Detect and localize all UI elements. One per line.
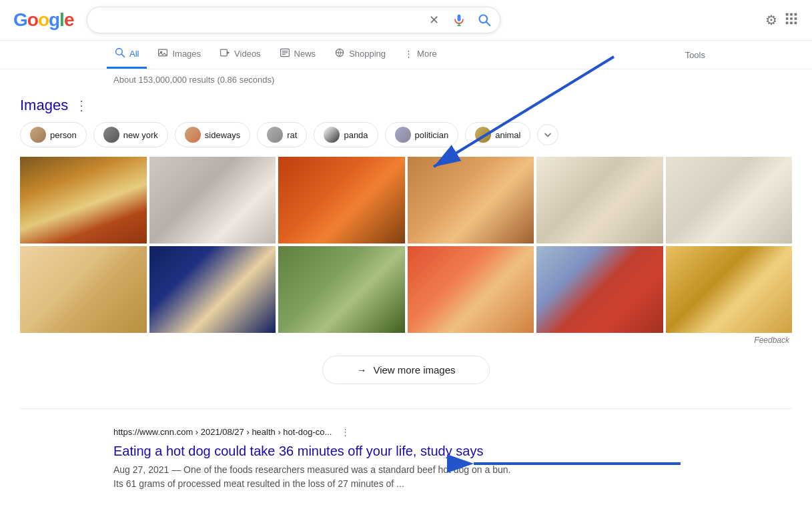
svg-rect-10 <box>795 17 797 20</box>
logo-e: e <box>64 9 74 31</box>
tab-images-icon <box>157 47 168 60</box>
tab-videos-label: Videos <box>234 49 261 59</box>
image-cell-6[interactable] <box>666 157 793 243</box>
chip-rat[interactable]: rat <box>257 122 307 147</box>
svg-line-4 <box>486 22 490 25</box>
tab-all-label: All <box>129 49 139 59</box>
result-url: https://www.cnn.com › 2021/08/27 › healt… <box>113 422 699 441</box>
image-cell-8[interactable] <box>149 246 276 333</box>
chip-politician-thumb <box>395 127 411 143</box>
tab-news-icon <box>280 47 290 60</box>
result-more-button[interactable]: ⋮ <box>336 422 354 441</box>
svg-rect-18 <box>221 49 228 56</box>
filter-chips: person new york sideways rat panda polit… <box>20 122 792 147</box>
image-cell-11[interactable] <box>536 246 663 333</box>
tab-videos-icon <box>220 47 230 60</box>
chip-panda[interactable]: panda <box>314 122 378 147</box>
view-more-wrap: → View more images <box>20 356 792 384</box>
svg-point-14 <box>116 49 123 55</box>
chip-rat-label: rat <box>287 130 297 140</box>
search-bar: eating hotdog ✕ <box>87 7 500 33</box>
image-cell-12[interactable] <box>666 246 793 333</box>
chip-sideways[interactable]: sideways <box>175 122 250 147</box>
nav-tabs: All Images Videos News Shopping <box>0 41 812 69</box>
tab-all[interactable]: All <box>107 41 147 69</box>
tab-shopping-label: Shopping <box>349 49 386 59</box>
search-result: https://www.cnn.com › 2021/08/27 › healt… <box>0 416 812 498</box>
svg-rect-7 <box>795 13 797 15</box>
image-cell-2[interactable] <box>149 157 276 243</box>
tools-button[interactable]: Tools <box>685 43 705 67</box>
chip-person[interactable]: person <box>20 122 87 147</box>
image-cell-3[interactable] <box>278 157 405 243</box>
chip-panda-label: panda <box>344 130 368 140</box>
feedback-label[interactable]: Feedback <box>20 336 792 345</box>
image-grid-row-1 <box>20 157 792 243</box>
image-cell-5[interactable] <box>536 157 663 243</box>
tab-news[interactable]: News <box>272 41 324 69</box>
search-icons: ✕ <box>424 11 494 29</box>
tab-more-icon: ⋮ <box>404 49 413 59</box>
chip-animal-label: animal <box>495 130 520 140</box>
tab-shopping[interactable]: Shopping <box>326 41 394 69</box>
chip-new-york-label: new york <box>123 130 158 140</box>
result-title[interactable]: Eating a hot dog could take 36 minutes o… <box>113 444 699 459</box>
chip-person-thumb <box>30 127 46 143</box>
chips-expand-button[interactable] <box>537 124 558 145</box>
logo-g: G <box>13 9 27 31</box>
chip-politician[interactable]: politician <box>385 122 459 147</box>
result-snippet-line1: Aug 27, 2021 — One of the foods research… <box>113 464 510 475</box>
logo-o1: o <box>27 9 38 31</box>
settings-button[interactable]: ⚙ <box>765 12 777 28</box>
chip-sideways-thumb <box>185 127 201 143</box>
image-cell-4[interactable] <box>408 157 534 243</box>
images-more-icon[interactable]: ⋮ <box>75 97 88 113</box>
images-section: Images ⋮ person new york sideways rat <box>0 90 812 402</box>
chip-new-york[interactable]: new york <box>93 122 168 147</box>
view-more-label: View more images <box>373 364 455 376</box>
svg-rect-12 <box>790 21 793 24</box>
logo-g2: g <box>49 9 59 31</box>
search-submit-button[interactable] <box>475 11 494 29</box>
image-cell-1[interactable] <box>20 157 147 243</box>
results-count: About 153,000,000 results (0.86 seconds) <box>0 69 812 90</box>
logo-o2: o <box>38 9 49 31</box>
chip-politician-label: politician <box>415 130 449 140</box>
tab-more-label: More <box>417 49 437 59</box>
tab-all-icon <box>115 47 125 60</box>
header: Google eating hotdog ✕ <box>0 0 812 41</box>
svg-rect-13 <box>795 21 797 24</box>
apps-button[interactable] <box>784 11 799 29</box>
image-cell-7[interactable] <box>20 246 147 333</box>
google-logo[interactable]: Google <box>13 9 73 31</box>
result-snippet: Aug 27, 2021 — One of the foods research… <box>113 463 699 491</box>
tab-videos[interactable]: Videos <box>212 41 269 69</box>
svg-rect-0 <box>458 15 461 21</box>
chip-rat-thumb <box>267 127 283 143</box>
chip-sideways-label: sideways <box>205 130 240 140</box>
tab-images[interactable]: Images <box>149 41 209 69</box>
chip-panda-thumb <box>324 127 340 143</box>
tab-images-label: Images <box>172 49 201 59</box>
images-title[interactable]: Images <box>20 97 68 114</box>
chip-person-label: person <box>50 130 77 140</box>
svg-rect-11 <box>786 21 789 24</box>
chip-newyork-thumb <box>103 127 119 143</box>
mic-button[interactable] <box>450 11 468 29</box>
clear-button[interactable]: ✕ <box>424 11 443 29</box>
header-right: ⚙ <box>765 11 799 29</box>
image-grid-row-2 <box>20 246 792 333</box>
chip-animal[interactable]: animal <box>465 122 530 147</box>
svg-rect-6 <box>790 13 793 15</box>
svg-line-15 <box>121 54 124 57</box>
image-cell-10[interactable] <box>408 246 534 333</box>
view-more-arrow-icon: → <box>356 364 366 376</box>
result-url-text: https://www.cnn.com › 2021/08/27 › healt… <box>113 427 332 437</box>
svg-rect-9 <box>790 17 793 20</box>
chip-animal-thumb <box>475 127 491 143</box>
svg-rect-5 <box>786 13 789 15</box>
tab-more[interactable]: ⋮ More <box>396 42 445 67</box>
image-cell-9[interactable] <box>278 246 405 333</box>
tab-shopping-icon <box>334 47 345 60</box>
view-more-button[interactable]: → View more images <box>322 356 489 384</box>
